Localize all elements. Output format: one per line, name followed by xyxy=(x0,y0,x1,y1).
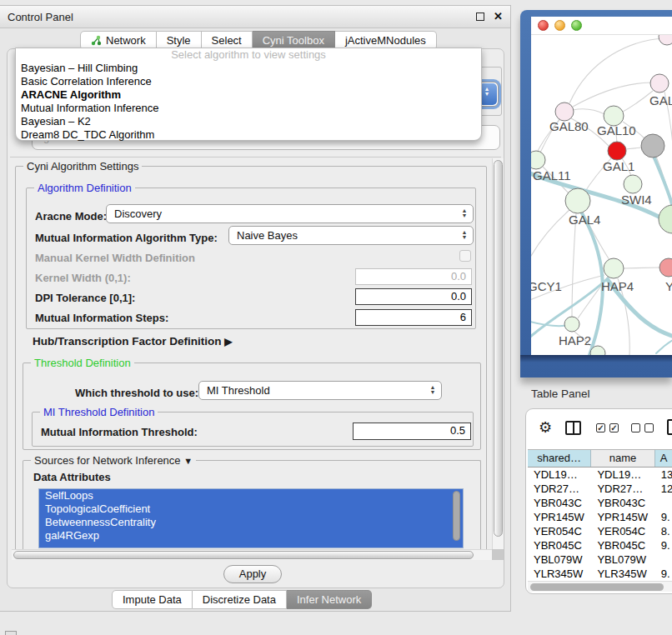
menu-item-bayesian-k2[interactable]: Bayesian – K2 xyxy=(16,115,481,128)
checked-checkbox-icon[interactable] xyxy=(596,423,605,432)
node-gal4[interactable] xyxy=(565,188,590,213)
column-header-name[interactable]: name xyxy=(591,450,654,467)
vertical-scrollbar-thumb[interactable] xyxy=(494,160,503,537)
menu-item-mutual-information[interactable]: Mutual Information Inference xyxy=(16,102,481,115)
mi-threshold-field[interactable]: 0.5 xyxy=(353,422,471,440)
unchecked-checkbox-icon[interactable] xyxy=(631,423,640,432)
menu-item-bayesian-hill-climbing[interactable]: Bayesian – Hill Climbing xyxy=(16,62,481,75)
list-scrollbar-thumb[interactable] xyxy=(453,491,460,541)
node-label: GAL1 xyxy=(603,159,634,173)
mi-algorithm-type-combo[interactable]: Naive Bayes xyxy=(228,226,474,245)
table-row[interactable]: YPR145WYPR145W9. xyxy=(528,510,672,524)
menu-item-dream8[interactable]: Dream8 DC_TDC Algorithm xyxy=(16,128,481,142)
node[interactable] xyxy=(659,35,672,45)
table-row[interactable]: YBR043CYBR043C xyxy=(528,496,672,510)
tab-discretize-data[interactable]: Discretize Data xyxy=(193,590,287,609)
table-panel-title: Table Panel xyxy=(531,388,590,400)
panel-divider xyxy=(10,157,501,158)
node-gal1-selected[interactable] xyxy=(608,142,626,160)
cell: YBL079W xyxy=(591,552,654,567)
dpi-tolerance-label: DPI Tolerance [0,1]: xyxy=(35,292,135,304)
data-attributes-list[interactable]: SelfLoops TopologicalCoefficient Between… xyxy=(38,488,464,548)
checked-checkbox-icon[interactable] xyxy=(609,423,619,432)
unchecked-checkbox-icon[interactable] xyxy=(644,423,654,432)
node-label: GAL80 xyxy=(549,119,589,133)
list-item[interactable]: TopologicalCoefficient xyxy=(39,502,463,516)
node-gal80[interactable] xyxy=(555,102,574,121)
settings-vertical-scrollbar[interactable] xyxy=(492,158,504,560)
node-swi4[interactable] xyxy=(624,175,642,193)
node[interactable] xyxy=(659,205,672,233)
split-pane-icon[interactable] xyxy=(565,421,581,435)
table-scrollbar-thumb[interactable] xyxy=(530,583,664,591)
list-item[interactable]: gal4RGexp xyxy=(39,529,463,542)
table-row[interactable]: YLR345WYLR345W9. xyxy=(528,567,672,581)
tab-impute-data-label: Impute Data xyxy=(123,591,182,608)
dpi-tolerance-field[interactable]: 0.0 xyxy=(355,288,472,305)
mi-threshold-definition-title: MI Threshold Definition xyxy=(40,406,158,418)
cell: YBR043C xyxy=(528,496,591,510)
hub-transcription-expander[interactable]: Hub/Transcription Factor Definition xyxy=(33,335,233,348)
which-threshold-combo[interactable]: MI Threshold xyxy=(198,381,442,400)
table-row[interactable]: YBL079WYBL079W xyxy=(528,552,672,567)
list-item[interactable]: BetweennessCentrality xyxy=(39,516,463,529)
minimize-traffic-light-icon[interactable] xyxy=(554,20,565,31)
cell: YBR045C xyxy=(528,538,591,552)
node-label: Y xyxy=(665,279,672,293)
cell: 9. xyxy=(655,538,672,552)
settings-horizontal-scrollbar[interactable] xyxy=(12,549,492,560)
node-label: GCY1 xyxy=(531,279,562,293)
node-hap2[interactable] xyxy=(564,317,579,332)
table-row[interactable]: YDR27…YDR27…12 xyxy=(528,482,672,496)
mi-threshold-label: Mutual Information Threshold: xyxy=(41,426,198,438)
float-window-icon[interactable] xyxy=(476,12,484,21)
aracne-mode-combo[interactable]: Discovery xyxy=(106,204,474,223)
mi-algorithm-type-value: Naive Bayes xyxy=(237,229,298,242)
window-bottom-shadow xyxy=(520,355,672,362)
node-label: SWI4 xyxy=(621,192,652,207)
sources-title: Sources for Network Inference xyxy=(34,454,181,467)
menu-item-aracne[interactable]: ARACNE Algorithm xyxy=(16,88,481,102)
node-salmon[interactable] xyxy=(659,258,672,277)
cell: 12 xyxy=(655,482,672,496)
table-header-row: shared… name A xyxy=(528,449,672,468)
tab-infer-network[interactable]: Infer Network xyxy=(287,590,372,609)
column-header-shared-name[interactable]: shared… xyxy=(528,450,591,467)
minimized-panel-icon[interactable] xyxy=(5,631,17,635)
table-row[interactable]: YBR045CYBR045C9. xyxy=(528,538,672,552)
table-row[interactable]: YER054CYER054C8. xyxy=(528,524,672,538)
node-hap4[interactable] xyxy=(604,258,624,278)
stepper-arrows-icon xyxy=(461,230,468,240)
manual-kernel-width-label: Manual Kernel Width Definition xyxy=(35,252,195,264)
which-threshold-value: MI Threshold xyxy=(207,384,270,397)
aracne-mode-value: Discovery xyxy=(114,208,162,220)
menu-item-basic-correlation[interactable]: Basic Correlation Inference xyxy=(16,75,481,88)
cyni-algorithm-settings-title: Cyni Algorithm Settings xyxy=(23,160,142,172)
network-canvas[interactable]: GAL GAL80 GAL10 GAL1 GAL11 SWI4 GAL4 GCY… xyxy=(531,35,672,355)
horizontal-scrollbar-thumb[interactable] xyxy=(13,551,474,559)
manual-kernel-width-checkbox[interactable] xyxy=(459,250,471,262)
tab-impute-data[interactable]: Impute Data xyxy=(112,590,193,609)
document-icon[interactable] xyxy=(667,419,672,435)
node-gray[interactable] xyxy=(641,134,664,158)
close-icon[interactable] xyxy=(494,10,503,22)
kernel-width-field[interactable]: 0.0 xyxy=(355,268,472,285)
column-header-clipped[interactable]: A xyxy=(655,450,672,467)
algorithm-definition-title: Algorithm Definition xyxy=(34,182,135,194)
sources-expander[interactable]: Sources for Network Inference xyxy=(31,454,196,467)
mi-steps-field[interactable]: 6 xyxy=(355,309,472,326)
node-gal[interactable] xyxy=(650,74,669,92)
zoom-traffic-light-icon[interactable] xyxy=(571,20,582,31)
cell: 8. xyxy=(655,524,672,538)
list-item[interactable]: SelfLoops xyxy=(39,489,463,502)
table-horizontal-scrollbar[interactable] xyxy=(528,581,672,592)
control-panel-title: Control Panel xyxy=(8,11,73,23)
algorithm-popup-prompt: Select algorithm to view settings xyxy=(16,48,481,62)
gear-icon[interactable] xyxy=(539,418,552,437)
apply-button[interactable]: Apply xyxy=(223,565,282,583)
node-gal11[interactable] xyxy=(531,151,545,169)
tab-infer-network-label: Infer Network xyxy=(297,591,361,608)
hub-transcription-label: Hub/Transcription Factor Definition xyxy=(33,335,222,348)
close-traffic-light-icon[interactable] xyxy=(538,20,549,31)
table-row[interactable]: YDL19…YDL19…13 xyxy=(528,468,672,482)
